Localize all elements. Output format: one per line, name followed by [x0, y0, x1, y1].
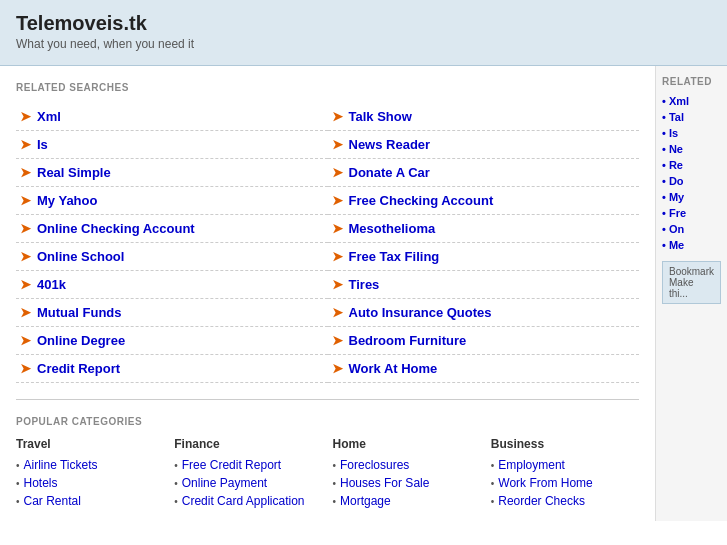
sidebar-link[interactable]: Fre: [662, 207, 721, 219]
category-link[interactable]: Employment: [498, 458, 565, 472]
category-column: TravelAirline TicketsHotelsCar Rental: [16, 437, 164, 511]
search-link[interactable]: Real Simple: [37, 165, 111, 180]
search-link[interactable]: Bedroom Furniture: [349, 333, 467, 348]
sidebar-link[interactable]: Me: [662, 239, 721, 251]
search-item-right[interactable]: ➤News Reader: [328, 131, 640, 159]
category-link[interactable]: Work From Home: [498, 476, 592, 490]
category-link[interactable]: Foreclosures: [340, 458, 409, 472]
sidebar-link[interactable]: Tal: [662, 111, 721, 123]
search-link[interactable]: Is: [37, 137, 48, 152]
search-item-right[interactable]: ➤Mesothelioma: [328, 215, 640, 243]
search-link[interactable]: Free Tax Filing: [349, 249, 440, 264]
search-link[interactable]: Credit Report: [37, 361, 120, 376]
search-item-right[interactable]: ➤Donate A Car: [328, 159, 640, 187]
arrow-icon: ➤: [20, 361, 31, 376]
search-link[interactable]: Online Degree: [37, 333, 125, 348]
site-tagline: What you need, when you need it: [16, 37, 711, 51]
search-link[interactable]: Mesothelioma: [349, 221, 436, 236]
search-item-right[interactable]: ➤Free Tax Filing: [328, 243, 640, 271]
search-item-right[interactable]: ➤Bedroom Furniture: [328, 327, 640, 355]
popular-categories-label: POPULAR CATEGORIES: [16, 416, 639, 427]
main-content: RELATED SEARCHES ➤Xml➤Talk Show➤Is➤News …: [0, 66, 655, 521]
search-link[interactable]: Mutual Funds: [37, 305, 122, 320]
sidebar-link[interactable]: Xml: [662, 95, 721, 107]
arrow-icon: ➤: [20, 193, 31, 208]
sidebar-links: XmlTalIsNeReDoMyFreOnMe: [662, 95, 721, 251]
list-item[interactable]: Free Credit Report: [174, 457, 322, 472]
search-item-left[interactable]: ➤Online School: [16, 243, 328, 271]
search-item-left[interactable]: ➤My Yahoo: [16, 187, 328, 215]
search-item-left[interactable]: ➤Credit Report: [16, 355, 328, 383]
bookmark-text1: Bookmark: [669, 266, 714, 277]
list-item[interactable]: Online Payment: [174, 475, 322, 490]
search-link[interactable]: Free Checking Account: [349, 193, 494, 208]
popular-categories-section: POPULAR CATEGORIES TravelAirline Tickets…: [16, 399, 639, 511]
search-link[interactable]: Online School: [37, 249, 124, 264]
search-link[interactable]: Online Checking Account: [37, 221, 195, 236]
arrow-icon: ➤: [332, 249, 343, 264]
search-item-left[interactable]: ➤Xml: [16, 103, 328, 131]
list-item[interactable]: Reorder Checks: [491, 493, 639, 508]
search-link[interactable]: Work At Home: [349, 361, 438, 376]
list-item[interactable]: Mortgage: [333, 493, 481, 508]
list-item[interactable]: Employment: [491, 457, 639, 472]
search-item-left[interactable]: ➤401k: [16, 271, 328, 299]
bookmark-text2: Make thi...: [669, 277, 693, 299]
category-link[interactable]: Mortgage: [340, 494, 391, 508]
category-link[interactable]: Hotels: [24, 476, 58, 490]
search-link[interactable]: Donate A Car: [349, 165, 430, 180]
arrow-icon: ➤: [332, 277, 343, 292]
search-item-left[interactable]: ➤Is: [16, 131, 328, 159]
sidebar-link[interactable]: Is: [662, 127, 721, 139]
search-link[interactable]: My Yahoo: [37, 193, 97, 208]
search-item-right[interactable]: ➤Auto Insurance Quotes: [328, 299, 640, 327]
list-item[interactable]: Foreclosures: [333, 457, 481, 472]
list-item[interactable]: Houses For Sale: [333, 475, 481, 490]
search-link[interactable]: 401k: [37, 277, 66, 292]
sidebar-related-label: RELATED: [662, 76, 721, 87]
category-link[interactable]: Reorder Checks: [498, 494, 585, 508]
arrow-icon: ➤: [332, 109, 343, 124]
search-item-right[interactable]: ➤Talk Show: [328, 103, 640, 131]
category-title: Home: [333, 437, 481, 451]
related-searches-label: RELATED SEARCHES: [16, 82, 639, 93]
search-item-right[interactable]: ➤Tires: [328, 271, 640, 299]
search-link[interactable]: News Reader: [349, 137, 431, 152]
sidebar-link[interactable]: Do: [662, 175, 721, 187]
search-item-left[interactable]: ➤Real Simple: [16, 159, 328, 187]
search-link[interactable]: Auto Insurance Quotes: [349, 305, 492, 320]
category-link[interactable]: Online Payment: [182, 476, 267, 490]
sidebar-link[interactable]: Ne: [662, 143, 721, 155]
search-item-right[interactable]: ➤Free Checking Account: [328, 187, 640, 215]
search-item-left[interactable]: ➤Mutual Funds: [16, 299, 328, 327]
list-item[interactable]: Hotels: [16, 475, 164, 490]
header: Telemoveis.tk What you need, when you ne…: [0, 0, 727, 66]
arrow-icon: ➤: [20, 165, 31, 180]
category-column: HomeForeclosuresHouses For SaleMortgage: [333, 437, 481, 511]
sidebar-link[interactable]: On: [662, 223, 721, 235]
sidebar-link[interactable]: Re: [662, 159, 721, 171]
search-item-left[interactable]: ➤Online Degree: [16, 327, 328, 355]
search-link[interactable]: Xml: [37, 109, 61, 124]
search-item-left[interactable]: ➤Online Checking Account: [16, 215, 328, 243]
category-title: Business: [491, 437, 639, 451]
arrow-icon: ➤: [20, 137, 31, 152]
list-item[interactable]: Credit Card Application: [174, 493, 322, 508]
search-link[interactable]: Talk Show: [349, 109, 412, 124]
category-link[interactable]: Airline Tickets: [24, 458, 98, 472]
search-link[interactable]: Tires: [349, 277, 380, 292]
list-item[interactable]: Airline Tickets: [16, 457, 164, 472]
sidebar-link[interactable]: My: [662, 191, 721, 203]
main-wrapper: RELATED SEARCHES ➤Xml➤Talk Show➤Is➤News …: [0, 66, 727, 521]
category-link[interactable]: Free Credit Report: [182, 458, 281, 472]
category-link[interactable]: Houses For Sale: [340, 476, 429, 490]
list-item[interactable]: Work From Home: [491, 475, 639, 490]
list-item[interactable]: Car Rental: [16, 493, 164, 508]
search-item-right[interactable]: ➤Work At Home: [328, 355, 640, 383]
related-searches-grid: ➤Xml➤Talk Show➤Is➤News Reader➤Real Simpl…: [16, 103, 639, 383]
arrow-icon: ➤: [332, 333, 343, 348]
category-link[interactable]: Car Rental: [24, 494, 81, 508]
category-link[interactable]: Credit Card Application: [182, 494, 305, 508]
arrow-icon: ➤: [20, 305, 31, 320]
arrow-icon: ➤: [332, 165, 343, 180]
